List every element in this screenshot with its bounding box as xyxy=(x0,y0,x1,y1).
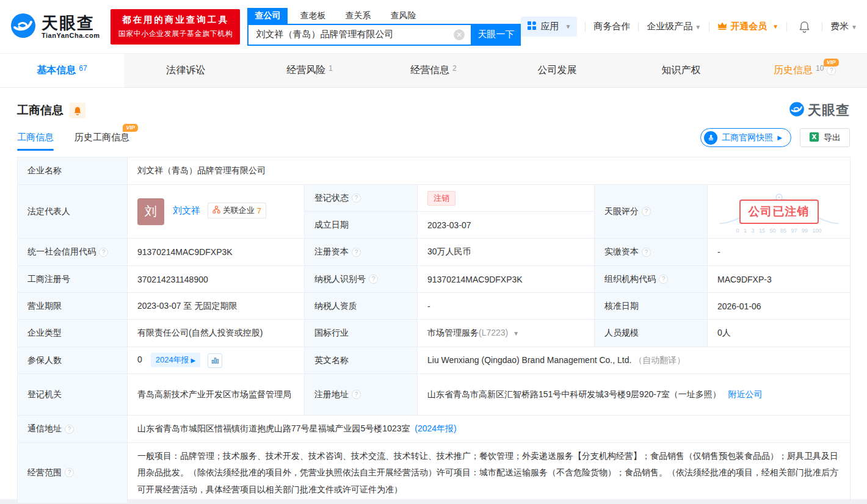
field-value-org-code: MAC9DFXP-3 xyxy=(708,266,851,293)
tab-legal-proceedings[interactable]: 法律诉讼 xyxy=(124,54,248,87)
search-tab-risk[interactable]: 查风险 xyxy=(383,8,423,24)
subtab-history-business-info[interactable]: VIP 历史工商信息 xyxy=(74,132,129,151)
field-value-industry: 市场管理服务(L7223) ▼ xyxy=(418,320,595,347)
stamp-icon xyxy=(704,131,717,145)
table-row: 营业期限 2023-03-07 至 无固定期限 纳税人资质 - 核准日期 202… xyxy=(18,293,851,320)
slogan-banner: 都在用的商业查询工具 国家中小企业发展子基金旗下机构 xyxy=(111,9,240,45)
crown-icon xyxy=(717,21,727,32)
tab-company-development[interactable]: 公司发展 xyxy=(495,54,619,87)
field-value-company-type: 有限责任公司(自然人投资或控股) xyxy=(128,320,305,347)
vip-badge: VIP xyxy=(824,59,839,67)
field-value-business-term: 2023-03-07 至 无固定期限 xyxy=(128,293,305,320)
business-info-table: 企业名称 刘文祥（青岛）品牌管理有限公司 法定代表人 刘 刘文祥 xyxy=(17,157,851,503)
tianyancha-eye-icon xyxy=(789,101,805,120)
top-header: 天眼查 TianYanCha.com 都在用的商业查询工具 国家中小企业发展子基… xyxy=(0,0,867,54)
help-icon[interactable]: ? xyxy=(369,275,378,284)
tianyancha-eye-icon xyxy=(10,12,37,41)
trend-chart-icon[interactable] xyxy=(208,353,222,368)
table-row: 工商注册号 370214231148900 纳税人识别号? 91370214MA… xyxy=(18,266,851,293)
field-label-paid-capital: 实缴资本? xyxy=(595,239,708,266)
nav-open-vip[interactable]: 开通会员 ▼ xyxy=(717,21,778,32)
field-label-credit-code: 统一社会信用代码? xyxy=(18,239,128,266)
field-value-reg-number: 370214231148900 xyxy=(128,266,305,293)
tianyancha-company-page: 天眼查 TianYanCha.com 都在用的商业查询工具 国家中小企业发展子基… xyxy=(0,0,867,499)
subtab-business-info[interactable]: 工商信息 xyxy=(17,132,54,151)
table-row: 企业名称 刘文祥（青岛）品牌管理有限公司 xyxy=(18,157,851,185)
tab-basic-info[interactable]: 基本信息67 xyxy=(0,54,124,87)
chevron-down-icon: ▼ xyxy=(772,23,778,30)
nav-enterprise-products[interactable]: 企业级产品▼ xyxy=(647,21,701,32)
field-value-taxpayer-quality: - xyxy=(418,293,595,320)
help-icon[interactable]: ? xyxy=(827,66,836,75)
nearby-companies-link[interactable]: 附近公司 xyxy=(728,389,762,399)
field-value-paid-capital: - xyxy=(708,239,851,266)
excel-icon: X xyxy=(809,132,819,144)
field-value-establish-date: 2023-03-07 xyxy=(418,212,595,239)
help-icon[interactable]: ? xyxy=(352,390,361,399)
user-menu[interactable]: 费米▼ xyxy=(830,21,857,32)
legal-rep-name-link[interactable]: 刘文祥 xyxy=(173,205,200,215)
table-row: 经营范围? 一般项目：品牌管理；技术服务、技术开发、技术咨询、技术交流、技术转让… xyxy=(18,443,851,503)
help-icon[interactable]: ? xyxy=(642,207,651,216)
tab-operating-info[interactable]: 经营信息2 xyxy=(371,54,495,87)
svg-text:X: X xyxy=(812,134,817,140)
tab-intellectual-property[interactable]: 知识产权 xyxy=(619,54,743,87)
field-label-reg-number: 工商注册号 xyxy=(18,266,128,293)
table-row: 统一社会信用代码? 91370214MAC9DFXP3K 注册资本? 30万人民… xyxy=(18,239,851,266)
chevron-down-icon[interactable]: ▼ xyxy=(513,330,519,337)
search-tab-relation[interactable]: 查关系 xyxy=(338,8,378,24)
search-input[interactable] xyxy=(247,24,471,46)
export-button[interactable]: X 导出 xyxy=(800,128,850,147)
field-label-reg-address: 注册地址? xyxy=(305,374,418,416)
annual-report-badge[interactable]: 2024年报 ▶ xyxy=(151,353,201,367)
logo-domain-text: TianYanCha.com xyxy=(42,32,100,39)
help-icon[interactable]: ? xyxy=(352,248,361,257)
table-row: 参保人数 0 2024年报 ▶ 英文名称 Liu Wenxiang (Qingd xyxy=(18,347,851,374)
table-row: 法定代表人 刘 刘文祥 关联企业 7 xyxy=(18,185,851,212)
watermark-logo: 天眼查 xyxy=(789,101,850,120)
logo-brand-text: 天眼查 xyxy=(42,15,100,32)
clear-search-icon[interactable]: ✕ xyxy=(454,29,465,40)
search-tab-company[interactable]: 查公司 xyxy=(247,8,288,24)
search-button[interactable]: 天眼一下 xyxy=(471,24,521,46)
help-icon[interactable]: ? xyxy=(352,193,361,203)
field-label-company-type: 企业类型 xyxy=(18,320,128,347)
field-label-business-scope: 经营范围? xyxy=(18,443,128,503)
help-icon[interactable]: ? xyxy=(99,248,108,257)
official-snapshot-button[interactable]: 工商官网快照 ▶ xyxy=(700,128,791,147)
field-value-english-name: Liu Wenxiang (Qingdao) Brand Management … xyxy=(418,347,851,374)
field-value-reg-authority: 青岛高新技术产业开发区市场监督管理局 xyxy=(128,374,305,416)
field-value-reg-address: 山东省青岛市高新区汇智桥路151号中科研发城3号楼9层920-7室（一址多照） … xyxy=(418,374,851,416)
legal-rep-avatar[interactable]: 刘 xyxy=(137,198,164,225)
nav-business-cooperation[interactable]: 商务合作 xyxy=(593,21,630,32)
field-value-business-scope: 一般项目：品牌管理；技术服务、技术开发、技术咨询、技术交流、技术转让、技术推广；… xyxy=(128,443,851,503)
field-label-business-term: 营业期限 xyxy=(18,293,128,320)
slogan-line-2: 国家中小企业发展子基金旗下机构 xyxy=(111,29,240,39)
deregistered-stamp: 公司已注销 xyxy=(739,200,819,224)
field-label-insured-count: 参保人数 xyxy=(18,347,128,374)
field-label-industry: 国标行业 xyxy=(305,320,418,347)
annual-report-link[interactable]: (2024年报) xyxy=(415,423,456,433)
org-chart-icon xyxy=(212,206,220,215)
section-header: 工商信息 天眼查 xyxy=(0,88,867,120)
help-icon[interactable]: ? xyxy=(65,468,74,477)
help-icon[interactable]: ? xyxy=(642,248,651,257)
subtab-row: 工商信息 VIP 历史工商信息 工商官网快照 ▶ xyxy=(0,120,867,151)
tianyancha-logo[interactable]: 天眼查 TianYanCha.com xyxy=(10,12,100,41)
related-companies-badge[interactable]: 关联企业 7 xyxy=(208,203,266,218)
apps-menu[interactable]: 应用 ▼ xyxy=(521,16,577,37)
slogan-line-1: 都在用的商业查询工具 xyxy=(111,14,240,26)
search-block: 查公司 查老板 查关系 查风险 ✕ 天眼一下 xyxy=(247,8,521,46)
tab-operating-risk[interactable]: 经营风险1 xyxy=(248,54,372,87)
field-label-org-code: 组织机构代码? xyxy=(595,266,708,293)
field-value-tyc-score: 0 1 3 15 50 85 97 99 100 公司已注销 xyxy=(708,185,851,239)
help-icon[interactable]: ? xyxy=(65,425,74,434)
status-badge: 注销 xyxy=(427,191,455,206)
help-icon[interactable]: ? xyxy=(659,275,668,284)
field-label-staff-size: 人员规模 xyxy=(595,320,708,347)
field-label-reg-authority: 登记机关 xyxy=(18,374,128,416)
search-tab-boss[interactable]: 查老板 xyxy=(292,8,333,24)
monitor-bell-icon[interactable] xyxy=(70,103,85,118)
notifications-bell-icon[interactable] xyxy=(799,21,810,33)
tab-history-info[interactable]: VIP 历史信息10 ? xyxy=(743,54,867,87)
